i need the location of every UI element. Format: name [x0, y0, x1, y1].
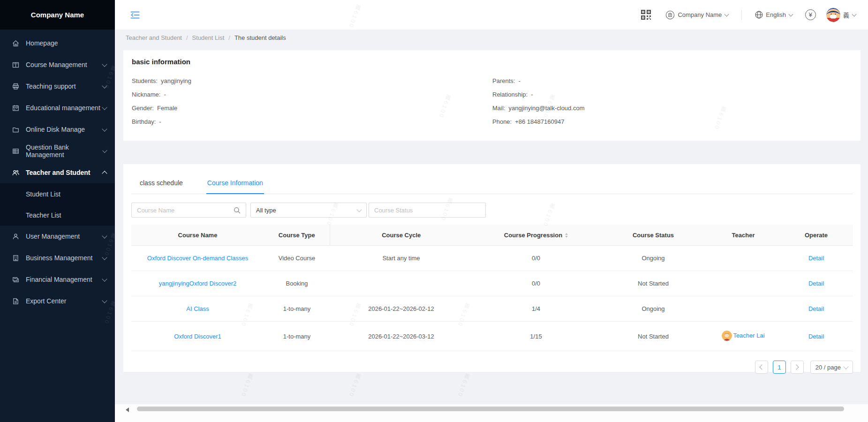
- topbar: Company Name English: [115, 0, 868, 30]
- col-teacher: Teacher: [707, 225, 779, 246]
- sidebar-item-financial-management[interactable]: Financial Management: [0, 269, 115, 290]
- detail-link[interactable]: Detail: [808, 305, 824, 312]
- sidebar-item-user-management[interactable]: User Management: [0, 226, 115, 247]
- breadcrumb-separator: /: [228, 34, 230, 41]
- globe-icon: [755, 11, 763, 19]
- sidebar-collapse-button[interactable]: [130, 11, 140, 19]
- sidebar-item-student-list[interactable]: Student List: [0, 183, 115, 204]
- company-icon: [665, 10, 675, 20]
- info-value: -: [159, 118, 161, 126]
- sidebar-item-label: Teaching support: [26, 83, 76, 90]
- sidebar-item-educational-management[interactable]: Educational management: [0, 97, 115, 119]
- page-1-button[interactable]: 1: [773, 361, 786, 374]
- chevron-down-icon: [102, 276, 107, 281]
- basic-info-card: basic information Students: yangjinying …: [123, 50, 860, 141]
- tab-class-schedule[interactable]: class schedule: [139, 179, 184, 194]
- table-row: yangjinyingOxford Discover2 Booking 0/0 …: [131, 271, 853, 296]
- company-logo-text: Company Name: [31, 11, 84, 19]
- sidebar-item-label: Business Management: [26, 254, 92, 262]
- prev-page-button[interactable]: [755, 361, 768, 374]
- detail-link[interactable]: Detail: [808, 333, 824, 340]
- sidebar-item-label: Teacher and Student: [26, 169, 90, 176]
- detail-link[interactable]: Detail: [808, 280, 824, 287]
- cell-course-type: 1-to-many: [264, 322, 330, 351]
- detail-link[interactable]: Detail: [808, 255, 824, 262]
- sidebar-item-course-management[interactable]: Course Management: [0, 54, 115, 75]
- cell-course-status: Not Started: [599, 271, 707, 296]
- info-value: +86 18487160947: [515, 118, 564, 126]
- info-value: yangjinying: [161, 77, 191, 85]
- cell-course-type: Booking: [264, 271, 330, 296]
- course-link[interactable]: Oxford Discover On-demand Classes: [147, 255, 248, 262]
- course-link[interactable]: AI Class: [186, 305, 209, 312]
- financial-icon: [12, 276, 20, 284]
- course-name-input[interactable]: Course Name: [131, 203, 246, 218]
- chevron-down-icon: [102, 255, 107, 260]
- scroll-left-arrow-icon[interactable]: [126, 407, 129, 412]
- qr-code-icon[interactable]: [641, 9, 651, 20]
- yen-symbol: ¥: [809, 11, 812, 18]
- filter-bar: Course Name All type Course Status: [131, 203, 853, 218]
- cell-teacher: [707, 296, 779, 322]
- breadcrumb-item[interactable]: Student List: [192, 34, 225, 41]
- info-field-students: Students: yangjinying: [132, 77, 492, 85]
- sidebar-item-teacher-and-student[interactable]: Teacher and Student: [0, 162, 115, 183]
- info-field-birthday: Birthday: -: [132, 118, 492, 126]
- scrollbar-thumb[interactable]: [137, 407, 844, 411]
- sidebar-item-label: Homepage: [26, 39, 58, 47]
- user-menu[interactable]: 義: [843, 10, 856, 19]
- cell-course-cycle: 2026-01-22~2026-02-12: [330, 296, 473, 322]
- language-selector[interactable]: English: [755, 11, 793, 19]
- chevron-down-icon: [102, 233, 107, 238]
- sidebar-item-teacher-list[interactable]: Teacher List: [0, 204, 115, 226]
- teacher-student-icon: [12, 169, 20, 177]
- table-row: AI Class 1-to-many 2026-01-22~2026-02-12…: [131, 296, 853, 322]
- course-link[interactable]: Oxford Discover1: [174, 333, 221, 340]
- tab-course-information[interactable]: Course Information: [206, 179, 264, 194]
- cell-course-cycle: [330, 271, 473, 296]
- col-course-cycle: Course Cycle: [330, 225, 473, 246]
- cell-course-status: Ongoing: [599, 246, 707, 271]
- col-course-status: Course Status: [599, 225, 707, 246]
- next-page-button[interactable]: [791, 361, 804, 374]
- chevron-down-icon: [102, 126, 107, 131]
- course-card: class schedule Course Information Course…: [123, 164, 860, 372]
- page-size-value: 20 / page: [815, 364, 841, 371]
- company-switcher[interactable]: Company Name: [665, 10, 728, 20]
- breadcrumb-item[interactable]: Teacher and Student: [126, 34, 182, 41]
- sidebar-item-business-management[interactable]: Business Management: [0, 247, 115, 269]
- sidebar-item-online-disk-manage[interactable]: Online Disk Manage: [0, 119, 115, 140]
- cell-teacher: Teacher Lai: [707, 322, 779, 351]
- cell-course-cycle: 2026-01-22~2026-03-12: [330, 322, 473, 351]
- course-link[interactable]: yangjinyingOxford Discover2: [159, 280, 236, 287]
- sort-icon[interactable]: [565, 233, 568, 238]
- sidebar-item-export-center[interactable]: Export Center: [0, 290, 115, 312]
- sidebar-item-teaching-support[interactable]: Teaching support: [0, 75, 115, 97]
- app-window: Company Name Homepage Course Management: [0, 0, 868, 422]
- question-bank-icon: [12, 147, 20, 155]
- table-header-row: Course Name Course Type Course Cycle Cou…: [131, 225, 853, 246]
- page-size-select[interactable]: 20 / page: [810, 361, 853, 374]
- col-course-progression[interactable]: Course Progression: [473, 225, 599, 246]
- pagination: 1 20 / page: [131, 361, 853, 374]
- user-avatar[interactable]: [826, 8, 840, 22]
- cell-course-status: Not Started: [599, 322, 707, 351]
- company-switcher-label: Company Name: [678, 11, 722, 18]
- cell-course-type: 1-to-many: [264, 296, 330, 322]
- info-value: yangjinying@talk-cloud.com: [508, 105, 584, 113]
- chevron-down-icon: [102, 105, 107, 110]
- sidebar-item-homepage[interactable]: Homepage: [0, 32, 115, 54]
- sidebar-item-label: Financial Management: [26, 276, 92, 283]
- teacher-profile[interactable]: Teacher Lai: [722, 331, 764, 341]
- sidebar-item-label: Question Bank Management: [26, 143, 103, 158]
- search-icon[interactable]: [234, 207, 241, 214]
- course-type-select[interactable]: All type: [250, 203, 367, 218]
- teacher-name-link[interactable]: Teacher Lai: [733, 332, 764, 339]
- info-field-mail: Mail: yangjinying@talk-cloud.com: [492, 105, 585, 113]
- chevron-down-icon: [356, 207, 362, 212]
- course-status-input[interactable]: Course Status: [369, 203, 486, 218]
- table-row: Oxford Discover On-demand Classes Video …: [131, 246, 853, 271]
- sidebar-subitem-label: Teacher List: [26, 211, 61, 219]
- sidebar-item-question-bank-management[interactable]: Question Bank Management: [0, 140, 115, 162]
- currency-icon[interactable]: ¥: [805, 9, 816, 20]
